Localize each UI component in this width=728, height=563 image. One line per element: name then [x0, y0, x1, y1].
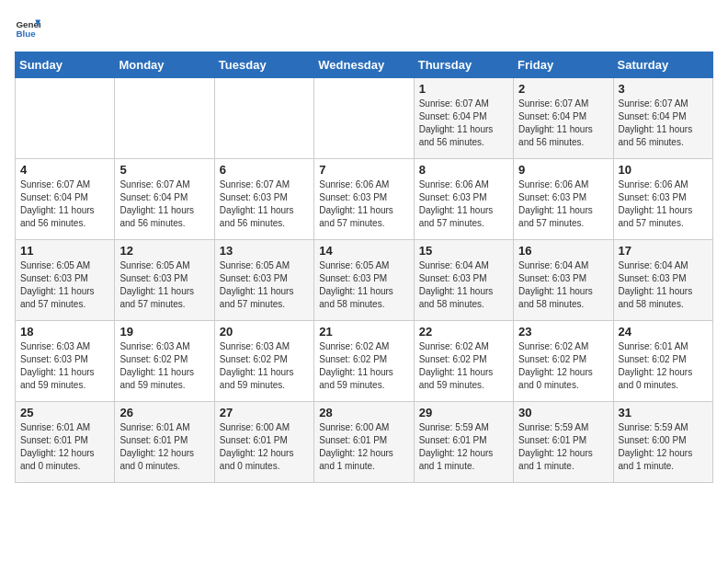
- day-info: Sunrise: 6:02 AM Sunset: 6:02 PM Dayligh…: [319, 340, 408, 392]
- day-number: 9: [518, 163, 608, 177]
- day-info: Sunrise: 6:03 AM Sunset: 6:03 PM Dayligh…: [20, 340, 109, 392]
- day-number: 13: [220, 244, 309, 258]
- day-info: Sunrise: 6:01 AM Sunset: 6:02 PM Dayligh…: [619, 340, 708, 392]
- day-cell: 30Sunrise: 5:59 AM Sunset: 6:01 PM Dayli…: [514, 402, 613, 483]
- day-number: 17: [619, 244, 708, 258]
- day-number: 30: [518, 406, 608, 419]
- day-info: Sunrise: 6:03 AM Sunset: 6:02 PM Dayligh…: [220, 340, 309, 392]
- day-info: Sunrise: 6:07 AM Sunset: 6:04 PM Dayligh…: [20, 178, 109, 230]
- day-number: 12: [119, 244, 209, 258]
- day-cell: 7Sunrise: 6:06 AM Sunset: 6:03 PM Daylig…: [314, 159, 414, 240]
- day-info: Sunrise: 5:59 AM Sunset: 6:00 PM Dayligh…: [619, 421, 708, 473]
- header-row: SundayMondayTuesdayWednesdayThursdayFrid…: [16, 52, 713, 78]
- day-cell: 4Sunrise: 6:07 AM Sunset: 6:04 PM Daylig…: [16, 159, 115, 240]
- day-cell: [214, 78, 313, 159]
- day-number: 25: [20, 406, 109, 419]
- day-cell: 24Sunrise: 6:01 AM Sunset: 6:02 PM Dayli…: [613, 321, 712, 402]
- day-number: 5: [119, 163, 209, 177]
- day-number: 22: [419, 325, 508, 339]
- day-info: Sunrise: 6:01 AM Sunset: 6:01 PM Dayligh…: [119, 421, 209, 473]
- day-cell: 25Sunrise: 6:01 AM Sunset: 6:01 PM Dayli…: [16, 402, 115, 483]
- col-header-thursday: Thursday: [414, 52, 513, 78]
- day-info: Sunrise: 6:04 AM Sunset: 6:03 PM Dayligh…: [419, 259, 508, 311]
- day-number: 18: [20, 325, 109, 339]
- day-cell: 5Sunrise: 6:07 AM Sunset: 6:04 PM Daylig…: [115, 159, 214, 240]
- day-info: Sunrise: 6:05 AM Sunset: 6:03 PM Dayligh…: [119, 259, 209, 311]
- day-cell: 3Sunrise: 6:07 AM Sunset: 6:04 PM Daylig…: [613, 78, 712, 159]
- day-cell: 9Sunrise: 6:06 AM Sunset: 6:03 PM Daylig…: [514, 159, 613, 240]
- day-number: 8: [419, 163, 508, 177]
- day-info: Sunrise: 6:03 AM Sunset: 6:02 PM Dayligh…: [119, 340, 209, 392]
- day-cell: 13Sunrise: 6:05 AM Sunset: 6:03 PM Dayli…: [214, 240, 313, 321]
- day-info: Sunrise: 6:06 AM Sunset: 6:03 PM Dayligh…: [419, 178, 508, 230]
- day-cell: [16, 78, 115, 159]
- day-number: 10: [619, 163, 708, 177]
- day-info: Sunrise: 6:07 AM Sunset: 6:03 PM Dayligh…: [220, 178, 309, 230]
- day-cell: [115, 78, 214, 159]
- day-info: Sunrise: 6:07 AM Sunset: 6:04 PM Dayligh…: [119, 178, 209, 230]
- day-number: 3: [619, 82, 708, 96]
- day-cell: 10Sunrise: 6:06 AM Sunset: 6:03 PM Dayli…: [613, 159, 712, 240]
- day-number: 23: [518, 325, 608, 339]
- logo-icon: General Blue: [15, 15, 40, 40]
- day-cell: 28Sunrise: 6:00 AM Sunset: 6:01 PM Dayli…: [314, 402, 414, 483]
- col-header-wednesday: Wednesday: [314, 52, 414, 78]
- col-header-saturday: Saturday: [613, 52, 712, 78]
- col-header-tuesday: Tuesday: [214, 52, 313, 78]
- day-cell: 6Sunrise: 6:07 AM Sunset: 6:03 PM Daylig…: [214, 159, 313, 240]
- day-number: 24: [619, 325, 708, 339]
- day-cell: [314, 78, 414, 159]
- col-header-friday: Friday: [514, 52, 613, 78]
- day-cell: 26Sunrise: 6:01 AM Sunset: 6:01 PM Dayli…: [115, 402, 214, 483]
- day-cell: 11Sunrise: 6:05 AM Sunset: 6:03 PM Dayli…: [16, 240, 115, 321]
- day-number: 21: [319, 325, 408, 339]
- day-info: Sunrise: 6:00 AM Sunset: 6:01 PM Dayligh…: [220, 421, 309, 473]
- logo: General Blue: [15, 15, 40, 40]
- week-row-2: 4Sunrise: 6:07 AM Sunset: 6:04 PM Daylig…: [16, 159, 713, 240]
- day-cell: 23Sunrise: 6:02 AM Sunset: 6:02 PM Dayli…: [514, 321, 613, 402]
- day-cell: 14Sunrise: 6:05 AM Sunset: 6:03 PM Dayli…: [314, 240, 414, 321]
- day-info: Sunrise: 6:01 AM Sunset: 6:01 PM Dayligh…: [20, 421, 109, 473]
- day-number: 4: [20, 163, 109, 177]
- day-number: 16: [518, 244, 608, 258]
- day-number: 31: [619, 406, 708, 419]
- day-info: Sunrise: 5:59 AM Sunset: 6:01 PM Dayligh…: [518, 421, 608, 473]
- day-info: Sunrise: 6:04 AM Sunset: 6:03 PM Dayligh…: [518, 259, 608, 311]
- day-info: Sunrise: 6:07 AM Sunset: 6:04 PM Dayligh…: [518, 98, 608, 149]
- day-number: 7: [319, 163, 408, 177]
- day-number: 6: [220, 163, 309, 177]
- day-cell: 1Sunrise: 6:07 AM Sunset: 6:04 PM Daylig…: [414, 78, 513, 159]
- day-number: 11: [20, 244, 109, 258]
- day-cell: 15Sunrise: 6:04 AM Sunset: 6:03 PM Dayli…: [414, 240, 513, 321]
- day-cell: 29Sunrise: 5:59 AM Sunset: 6:01 PM Dayli…: [414, 402, 513, 483]
- calendar-table: SundayMondayTuesdayWednesdayThursdayFrid…: [15, 52, 713, 483]
- day-number: 28: [319, 406, 408, 419]
- day-info: Sunrise: 6:07 AM Sunset: 6:04 PM Dayligh…: [419, 98, 508, 149]
- day-info: Sunrise: 6:04 AM Sunset: 6:03 PM Dayligh…: [619, 259, 708, 311]
- day-info: Sunrise: 6:02 AM Sunset: 6:02 PM Dayligh…: [518, 340, 608, 392]
- col-header-sunday: Sunday: [16, 52, 115, 78]
- day-cell: 12Sunrise: 6:05 AM Sunset: 6:03 PM Dayli…: [115, 240, 214, 321]
- day-info: Sunrise: 6:06 AM Sunset: 6:03 PM Dayligh…: [518, 178, 608, 230]
- day-cell: 31Sunrise: 5:59 AM Sunset: 6:00 PM Dayli…: [613, 402, 712, 483]
- day-cell: 8Sunrise: 6:06 AM Sunset: 6:03 PM Daylig…: [414, 159, 513, 240]
- day-cell: 16Sunrise: 6:04 AM Sunset: 6:03 PM Dayli…: [514, 240, 613, 321]
- day-number: 29: [419, 406, 508, 419]
- day-cell: 19Sunrise: 6:03 AM Sunset: 6:02 PM Dayli…: [115, 321, 214, 402]
- svg-text:Blue: Blue: [16, 29, 36, 39]
- day-cell: 17Sunrise: 6:04 AM Sunset: 6:03 PM Dayli…: [613, 240, 712, 321]
- week-row-4: 18Sunrise: 6:03 AM Sunset: 6:03 PM Dayli…: [16, 321, 713, 402]
- day-info: Sunrise: 6:07 AM Sunset: 6:04 PM Dayligh…: [619, 98, 708, 149]
- day-number: 26: [119, 406, 209, 419]
- day-number: 15: [419, 244, 508, 258]
- day-number: 20: [220, 325, 309, 339]
- week-row-1: 1Sunrise: 6:07 AM Sunset: 6:04 PM Daylig…: [16, 78, 713, 159]
- day-number: 27: [220, 406, 309, 419]
- day-cell: 2Sunrise: 6:07 AM Sunset: 6:04 PM Daylig…: [514, 78, 613, 159]
- day-info: Sunrise: 6:05 AM Sunset: 6:03 PM Dayligh…: [20, 259, 109, 311]
- day-info: Sunrise: 6:05 AM Sunset: 6:03 PM Dayligh…: [319, 259, 408, 311]
- day-number: 2: [518, 82, 608, 96]
- col-header-monday: Monday: [115, 52, 214, 78]
- page-header: General Blue: [15, 15, 713, 40]
- day-info: Sunrise: 6:05 AM Sunset: 6:03 PM Dayligh…: [220, 259, 309, 311]
